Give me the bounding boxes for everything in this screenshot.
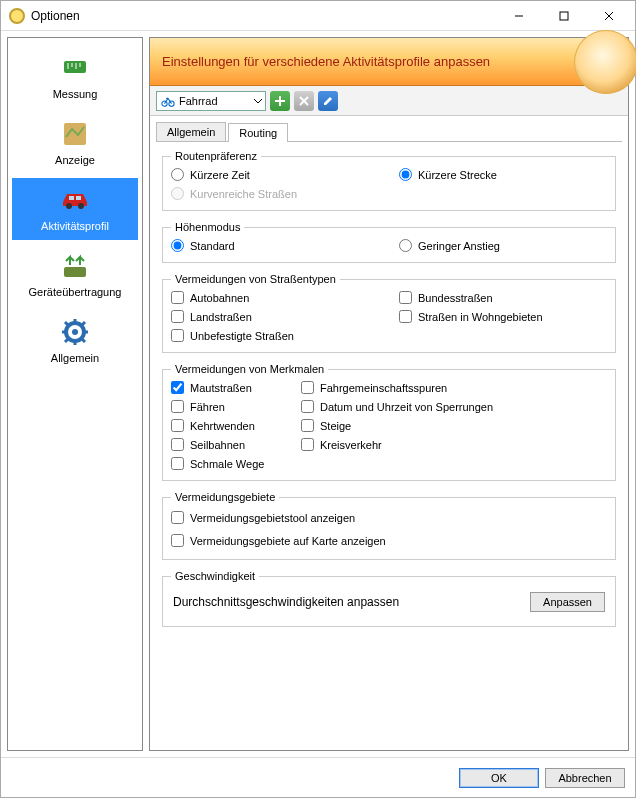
radio-curvy-roads: Kurvenreiche Straßen <box>171 187 379 200</box>
banner-title: Einstellungen für verschiedene Aktivität… <box>162 54 490 69</box>
car-icon <box>59 184 91 216</box>
close-button[interactable] <box>586 2 631 30</box>
sidebar-item-label: Geräteübertragung <box>29 286 122 298</box>
profile-dropdown[interactable]: Fahrrad <box>156 91 266 111</box>
sidebar-item-allgemein[interactable]: Allgemein <box>12 310 138 372</box>
tab-strip: Allgemein Routing <box>150 116 628 141</box>
delete-profile-button[interactable] <box>294 91 314 111</box>
ok-button[interactable]: OK <box>459 768 539 788</box>
sidebar-item-label: Messung <box>53 88 98 100</box>
sidebar-item-geraeteuebertragung[interactable]: Geräteübertragung <box>12 244 138 306</box>
svg-line-23 <box>65 339 68 342</box>
tab-page-routing: Routenpräferenz Kürzere Zeit Kurvenreich… <box>156 141 622 750</box>
sidebar-item-messung[interactable]: Messung <box>12 46 138 108</box>
group-elevation-mode: Höhenmodus Standard Geringer Anstieg <box>162 221 616 263</box>
minimize-button[interactable] <box>496 2 541 30</box>
content-area: Messung Anzeige Aktivitätsprofil Geräteü… <box>1 31 635 757</box>
edit-profile-button[interactable] <box>318 91 338 111</box>
check-bundesstrassen[interactable]: Bundesstraßen <box>399 291 607 304</box>
chevron-down-icon <box>253 96 263 106</box>
check-fahrgemeinschaft[interactable]: Fahrgemeinschaftsspuren <box>301 381 607 394</box>
group-legend: Geschwindigkeit <box>171 570 259 582</box>
radio-shorter-distance[interactable]: Kürzere Strecke <box>399 168 607 181</box>
check-landstrassen[interactable]: Landstraßen <box>171 310 379 323</box>
check-kehrtwenden[interactable]: Kehrtwenden <box>171 419 281 432</box>
dialog-footer: OK Abbrechen <box>1 757 635 797</box>
app-icon <box>9 8 25 24</box>
check-avoidance-tool[interactable]: Vermeidungsgebietstool anzeigen <box>171 511 607 524</box>
transfer-icon <box>59 250 91 282</box>
group-avoid-areas: Vermeidungsgebiete Vermeidungsgebietstoo… <box>162 491 616 560</box>
radio-low-ascent[interactable]: Geringer Anstieg <box>399 239 607 252</box>
banner: Einstellungen für verschiedene Aktivität… <box>150 38 628 86</box>
group-legend: Vermeidungen von Merkmalen <box>171 363 328 375</box>
speed-description: Durchschnittsgeschwindigkeiten anpassen <box>173 595 399 609</box>
group-avoid-road-types: Vermeidungen von Straßentypen Autobahnen… <box>162 273 616 353</box>
check-faehren[interactable]: Fähren <box>171 400 281 413</box>
options-window: Optionen Messung Anzeige Aktivitätsprofi… <box>0 0 636 798</box>
adjust-speed-button[interactable]: Anpassen <box>530 592 605 612</box>
profile-toolbar: Fahrrad <box>150 86 628 116</box>
check-schmale-wege[interactable]: Schmale Wege <box>171 457 281 470</box>
check-unbefestigte[interactable]: Unbefestigte Straßen <box>171 329 379 342</box>
group-route-preference: Routenpräferenz Kürzere Zeit Kurvenreich… <box>162 150 616 211</box>
group-legend: Höhenmodus <box>171 221 244 233</box>
sidebar-item-aktivitaetsprofil[interactable]: Aktivitätsprofil <box>12 178 138 240</box>
tab-routing[interactable]: Routing <box>228 123 288 142</box>
compass-icon <box>574 30 636 94</box>
svg-rect-14 <box>64 267 86 277</box>
profile-value: Fahrrad <box>179 95 249 107</box>
cancel-button[interactable]: Abbrechen <box>545 768 625 788</box>
check-avoidance-on-map[interactable]: Vermeidungsgebiete auf Karte anzeigen <box>171 534 607 547</box>
sidebar-item-anzeige[interactable]: Anzeige <box>12 112 138 174</box>
check-autobahnen[interactable]: Autobahnen <box>171 291 379 304</box>
group-avoid-features: Vermeidungen von Merkmalen Mautstraßen F… <box>162 363 616 481</box>
add-profile-button[interactable] <box>270 91 290 111</box>
bicycle-icon <box>161 94 175 108</box>
check-sperrungen[interactable]: Datum und Uhrzeit von Sperrungen <box>301 400 607 413</box>
svg-rect-12 <box>69 196 74 200</box>
map-icon <box>59 118 91 150</box>
titlebar: Optionen <box>1 1 635 31</box>
svg-point-16 <box>72 329 78 335</box>
window-title: Optionen <box>31 9 496 23</box>
maximize-button[interactable] <box>541 2 586 30</box>
check-seilbahnen[interactable]: Seilbahnen <box>171 438 281 451</box>
sidebar-item-label: Anzeige <box>55 154 95 166</box>
group-legend: Vermeidungen von Straßentypen <box>171 273 340 285</box>
ruler-icon <box>59 52 91 84</box>
group-speed: Geschwindigkeit Durchschnittsgeschwindig… <box>162 570 616 627</box>
tab-allgemein[interactable]: Allgemein <box>156 122 226 141</box>
radio-shorter-time[interactable]: Kürzere Zeit <box>171 168 379 181</box>
check-steige[interactable]: Steige <box>301 419 607 432</box>
sidebar: Messung Anzeige Aktivitätsprofil Geräteü… <box>7 37 143 751</box>
radio-standard[interactable]: Standard <box>171 239 379 252</box>
svg-line-21 <box>65 322 68 325</box>
main-panel: Einstellungen für verschiedene Aktivität… <box>149 37 629 751</box>
group-legend: Vermeidungsgebiete <box>171 491 279 503</box>
svg-rect-1 <box>560 12 568 20</box>
svg-line-24 <box>82 322 85 325</box>
svg-point-11 <box>78 203 84 209</box>
check-kreisverkehr[interactable]: Kreisverkehr <box>301 438 607 451</box>
check-mautstrassen[interactable]: Mautstraßen <box>171 381 281 394</box>
check-wohngebiete[interactable]: Straßen in Wohngebieten <box>399 310 607 323</box>
group-legend: Routenpräferenz <box>171 150 261 162</box>
svg-rect-13 <box>76 196 81 200</box>
svg-line-22 <box>82 339 85 342</box>
svg-point-10 <box>66 203 72 209</box>
svg-rect-4 <box>64 61 86 73</box>
sidebar-item-label: Allgemein <box>51 352 99 364</box>
sidebar-item-label: Aktivitätsprofil <box>41 220 109 232</box>
gear-icon <box>59 316 91 348</box>
